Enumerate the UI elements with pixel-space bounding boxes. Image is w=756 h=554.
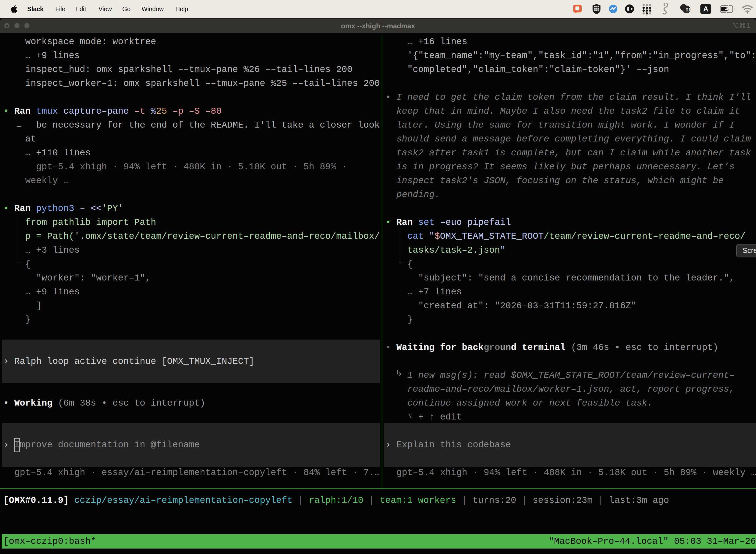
svg-text:..61: ..61 — [683, 7, 691, 12]
svg-text:A: A — [703, 5, 708, 13]
